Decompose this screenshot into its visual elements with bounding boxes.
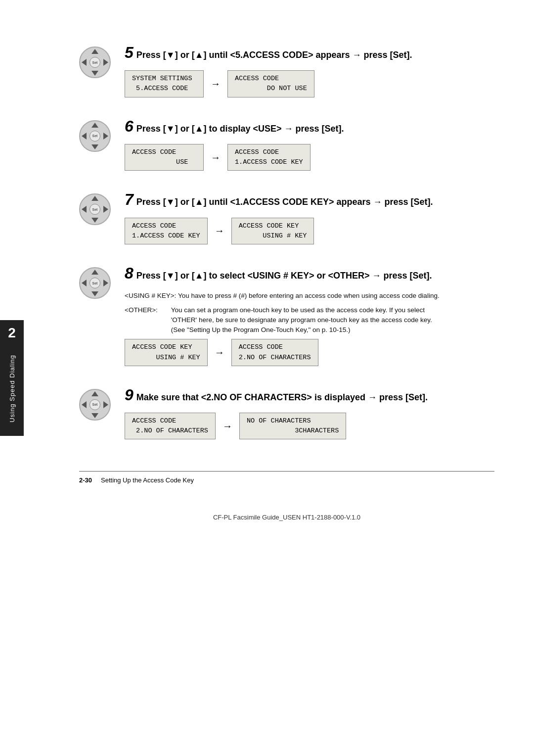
step-5-content: 5 Press [▼] or [▲] until <5.ACCESS CODE>…: [125, 45, 494, 99]
step-5-icon: Set: [79, 47, 114, 78]
dpad-icon-7: Set: [79, 193, 111, 225]
step-7-number: 7: [125, 191, 134, 207]
step-7-block: Set 7 Press [▼] or [▲] until <1.ACCESS C…: [79, 191, 494, 246]
step-8-note-2: <OTHER>: You can set a program one-touch…: [125, 305, 494, 335]
step-8-number: 8: [125, 265, 134, 281]
set-label-9: Set: [89, 399, 100, 410]
step-5-arrow: →: [211, 78, 221, 90]
step-7-content: 7 Press [▼] or [▲] until <1.ACCESS CODE …: [125, 191, 494, 246]
step-8-note-2-label: <OTHER>:: [125, 305, 169, 315]
sidebar-label: Using Speed Dialing: [3, 346, 21, 431]
step-8-lcd-row: ACCESS CODE KEY USING # KEY → ACCESS COD…: [125, 339, 494, 366]
step-5-number: 5: [125, 45, 134, 60]
step-5-lcd-right: ACCESS CODE DO NOT USE: [227, 70, 314, 97]
set-label-7: Set: [89, 204, 100, 215]
dpad-icon-8: Set: [79, 267, 111, 299]
step-6-arrow: →: [211, 152, 221, 163]
step-5-lcd-row: SYSTEM SETTINGS 5.ACCESS CODE → ACCESS C…: [125, 70, 494, 97]
main-content: Set 5 Press [▼] or [▲] until <5.ACCESS C…: [79, 30, 494, 521]
step-8-content: 8 Press [▼] or [▲] to select <USING # KE…: [125, 265, 494, 368]
sidebar-number: 2: [0, 320, 24, 346]
step-9-number: 9: [125, 387, 134, 403]
footer-bottom-text: CF-PL Facsimile Guide_USEN HT1-2188-000-…: [213, 514, 360, 521]
step-5-block: Set 5 Press [▼] or [▲] until <5.ACCESS C…: [79, 45, 494, 99]
step-9-lcd-right: NO OF CHARACTERS 3CHARACTERS: [239, 413, 346, 440]
step-8-note-1-label: <USING # KEY>:: [125, 291, 176, 301]
step-8-block: Set 8 Press [▼] or [▲] to select <USING …: [79, 265, 494, 368]
sidebar: 2 Using Speed Dialing: [0, 0, 24, 756]
step-7-lcd-right: ACCESS CODE KEY USING # KEY: [231, 218, 314, 245]
step-8-title: Press [▼] or [▲] to select <USING # KEY>…: [136, 270, 432, 282]
set-label-8: Set: [89, 278, 100, 288]
step-9-icon: Set: [79, 389, 114, 421]
sidebar-block: 2 Using Speed Dialing: [0, 320, 24, 436]
step-9-block: Set 9 Make sure that <2.NO OF CHARACTERS…: [79, 387, 494, 442]
step-8-lcd-left: ACCESS CODE KEY USING # KEY: [125, 339, 208, 366]
step-6-lcd-left: ACCESS CODE USE: [125, 144, 204, 171]
step-6-number: 6: [125, 118, 134, 134]
step-5-title: Press [▼] or [▲] until <5.ACCESS CODE> a…: [136, 49, 412, 61]
step-6-lcd-row: ACCESS CODE USE → ACCESS CODE 1.ACCESS C…: [125, 144, 494, 171]
step-7-lcd-left: ACCESS CODE 1.ACCESS CODE KEY: [125, 218, 208, 245]
page-container: 2 Using Speed Dialing Set 5 Press [: [0, 0, 534, 756]
step-7-arrow: →: [215, 225, 224, 236]
step-6-block: Set 6 Press [▼] or [▲] to display <USE> …: [79, 118, 494, 173]
dpad-icon-6: Set: [79, 120, 111, 152]
step-8-note-2-text: You can set a program one-touch key to b…: [171, 305, 448, 335]
footer-page-ref: 2-30: [79, 476, 92, 484]
step-6-content: 6 Press [▼] or [▲] to display <USE> → pr…: [125, 118, 494, 173]
step-7-icon: Set: [79, 193, 114, 225]
step-8-lcd-right: ACCESS CODE 2.NO OF CHARACTERS: [231, 339, 318, 366]
footer-desc: Setting Up the Access Code Key: [101, 476, 194, 484]
dpad-icon-9: Set: [79, 389, 111, 421]
step-7-lcd-row: ACCESS CODE 1.ACCESS CODE KEY → ACCESS C…: [125, 218, 494, 245]
step-6-icon: Set: [79, 120, 114, 152]
step-8-icon: Set: [79, 267, 114, 299]
step-6-title: Press [▼] or [▲] to display <USE> → pres…: [136, 123, 344, 135]
footer-bottom: CF-PL Facsimile Guide_USEN HT1-2188-000-…: [79, 514, 494, 521]
step-8-note-1-text: You have to press # (#) before entering …: [178, 291, 440, 301]
step-8-arrow: →: [215, 347, 224, 358]
step-9-title: Make sure that <2.NO OF CHARACTERS> is d…: [136, 391, 428, 404]
footer-line: 2-30 Setting Up the Access Code Key: [79, 471, 494, 484]
step-8-note-1: <USING # KEY>: You have to press # (#) b…: [125, 291, 494, 301]
step-9-content: 9 Make sure that <2.NO OF CHARACTERS> is…: [125, 387, 494, 442]
step-9-arrow: →: [222, 421, 232, 432]
step-6-lcd-right: ACCESS CODE 1.ACCESS CODE KEY: [227, 144, 311, 171]
set-label-5: Set: [89, 57, 100, 68]
set-label-6: Set: [89, 131, 100, 142]
dpad-icon-5: Set: [79, 47, 111, 78]
step-9-lcd-row: ACCESS CODE 2.NO OF CHARACTERS → NO OF C…: [125, 413, 494, 440]
step-5-lcd-left: SYSTEM SETTINGS 5.ACCESS CODE: [125, 70, 204, 97]
step-7-title: Press [▼] or [▲] until <1.ACCESS CODE KE…: [136, 196, 433, 208]
step-9-lcd-left: ACCESS CODE 2.NO OF CHARACTERS: [125, 413, 216, 440]
